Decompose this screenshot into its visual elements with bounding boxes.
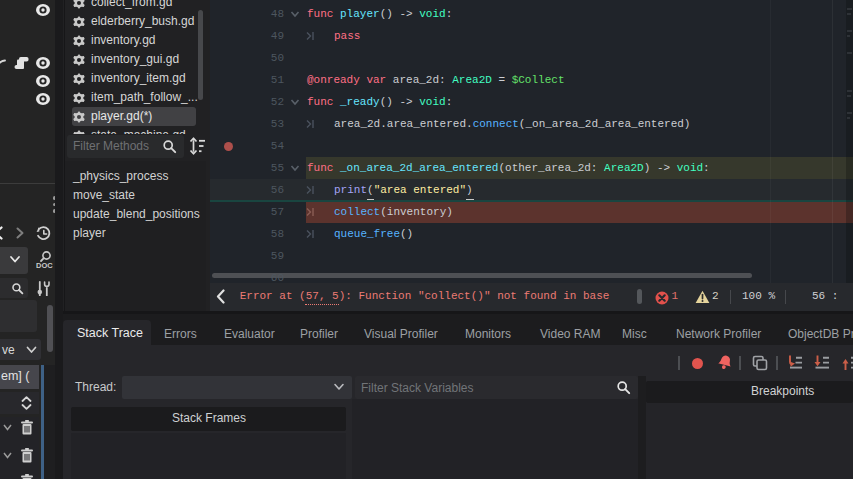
svg-text:DOC: DOC bbox=[36, 261, 53, 270]
